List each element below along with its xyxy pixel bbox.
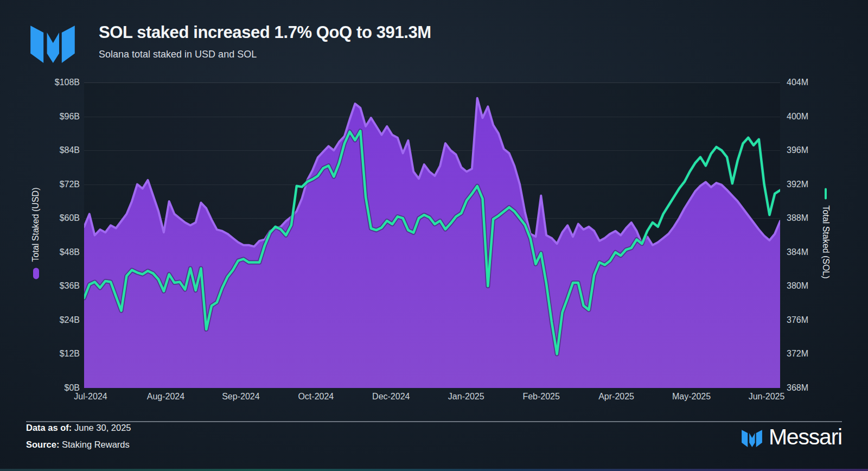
left-axis-tick: $108B (55, 78, 80, 87)
x-axis-tick: Jan-2025 (448, 392, 484, 402)
right-axis-tick: 400M (787, 112, 808, 122)
usd-series-marker-icon (33, 268, 39, 279)
right-axis-tick: 384M (787, 247, 808, 257)
right-axis-title: Total Staked (SOL) (821, 188, 831, 278)
chart-plot-area (84, 82, 780, 388)
right-axis-tick: 396M (787, 145, 808, 155)
right-axis-tick: 392M (787, 180, 808, 189)
right-axis-tick: 380M (787, 281, 808, 291)
x-axis-tick: Jun-2025 (749, 392, 785, 402)
x-axis-tick: Feb-2025 (522, 392, 560, 402)
right-axis-tick: 404M (787, 78, 808, 87)
brand-wordmark: Messari (769, 424, 842, 450)
right-axis-tick: 376M (787, 315, 808, 325)
x-axis-tick: Jul-2024 (74, 392, 107, 402)
right-axis-tick: 368M (787, 383, 808, 393)
right-axis-tick: 388M (787, 213, 808, 223)
x-axis-tick: Dec-2024 (372, 392, 410, 402)
messari-brand: Messari (742, 424, 842, 450)
left-axis-tick: $72B (60, 180, 80, 189)
left-axis-tick: $36B (60, 281, 80, 291)
source-value: Staking Rewards (62, 440, 130, 449)
x-axis-tick: May-2025 (672, 392, 711, 402)
source-label: Source: (26, 440, 59, 449)
left-axis-tick: $12B (60, 349, 80, 359)
source: Source: Staking Rewards (26, 440, 130, 450)
data-as-of: Data as of: June 30, 2025 (26, 423, 131, 433)
page-subtitle: Solana total staked in USD and SOL (99, 49, 431, 60)
x-axis-tick: Oct-2024 (298, 392, 334, 402)
header: SOL staked increased 1.7% QoQ to 391.3M … (30, 20, 431, 63)
data-as-of-label: Data as of: (26, 423, 72, 432)
data-as-of-value: June 30, 2025 (74, 423, 131, 432)
right-axis-tick: 372M (787, 349, 808, 359)
bottom-accent-strip (0, 469, 868, 471)
staked-area-line-chart (84, 82, 780, 388)
messari-logo-icon (30, 20, 75, 63)
left-axis-tick: $60B (60, 213, 80, 223)
left-axis-tick: $84B (60, 145, 80, 155)
left-axis-title-label: Total Staked (USD) (31, 188, 41, 262)
x-axis-tick: Apr-2025 (598, 392, 634, 402)
x-axis-tick: Sep-2024 (222, 392, 259, 402)
footer-divider (26, 421, 842, 422)
right-axis-title-label: Total Staked (SOL) (821, 205, 831, 278)
left-axis-tick: $24B (60, 315, 80, 325)
x-axis-tick: Aug-2024 (147, 392, 184, 402)
sol-series-marker-icon (825, 188, 827, 199)
messari-logo-icon (742, 427, 762, 447)
page-title: SOL staked increased 1.7% QoQ to 391.3M (99, 23, 431, 42)
left-axis-tick: $96B (60, 112, 80, 122)
left-axis-tick: $48B (60, 247, 80, 257)
left-axis-title: Total Staked (USD) (31, 188, 41, 279)
title-block: SOL staked increased 1.7% QoQ to 391.3M … (99, 20, 431, 60)
